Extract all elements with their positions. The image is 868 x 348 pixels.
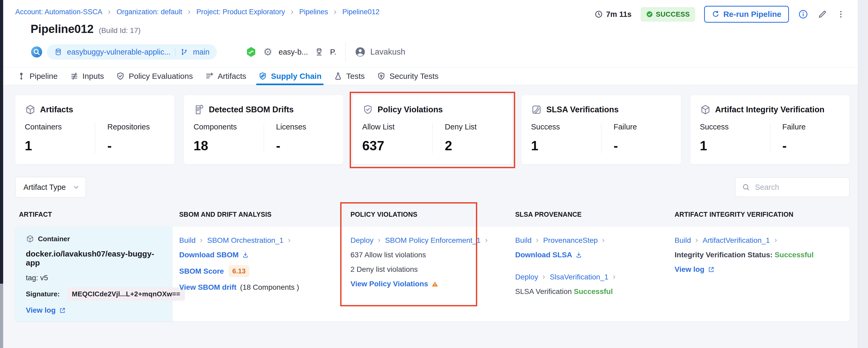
integrity-status-successful: Successful [775, 251, 814, 259]
external-link-icon [59, 307, 66, 314]
stat-deny-list: Deny List 2 [432, 123, 502, 153]
signature-value[interactable]: MEQCICde2Vjl...L+2+mqnOXw== [67, 287, 185, 301]
package-icon [700, 104, 711, 115]
column-header-policy-violations: POLICY VIOLATIONS [344, 211, 508, 218]
sbom-score-link[interactable]: SBOM Score [179, 267, 224, 276]
stage-link[interactable]: Build [179, 236, 195, 245]
breadcrumb-pipeline012[interactable]: Pipeline012 [342, 8, 379, 16]
tab-security-tests[interactable]: Security Tests [377, 67, 438, 85]
card-artifacts[interactable]: Artifacts Containers 1 Repositories - [15, 95, 175, 164]
view-sbom-drift-link[interactable]: View SBOM drift [179, 283, 236, 291]
collapsed-sidebar-edge [0, 0, 3, 348]
status-text: SUCCESS [656, 10, 690, 19]
tab-policy-evaluations[interactable]: Policy Evaluations [116, 67, 193, 85]
chevron-right-icon [694, 238, 700, 243]
branch-name-link[interactable]: main [193, 48, 210, 56]
integrity-step-breadcrumb: Build ArtifactVerification_1 [675, 236, 844, 245]
tab-label: Pipeline [30, 72, 58, 81]
breadcrumb-account[interactable]: Account: Automation-SSCA [15, 8, 102, 16]
step-link[interactable]: SBOM Policy Enforcement_1 [385, 236, 480, 245]
integrity-view-log-link[interactable]: View log [675, 265, 844, 274]
tab-label: Tests [346, 72, 365, 81]
breadcrumb-project[interactable]: Project: Product Exploratory [196, 8, 285, 16]
tab-label: Supply Chain [271, 72, 321, 81]
stage-link[interactable]: Deploy [515, 273, 538, 281]
filter-row: Artifact Type [15, 177, 849, 198]
run-duration: 7m 11s [594, 10, 632, 19]
tab-label: Artifacts [218, 72, 246, 81]
info-button[interactable] [798, 9, 808, 20]
repository-icon [54, 48, 62, 56]
sbom-step-breadcrumb: Build SBOM Orchestration_1 [179, 236, 339, 245]
card-title: Artifact Integrity Verification [715, 105, 825, 114]
card-title: SLSA Verifications [546, 105, 619, 114]
column-header-sbom: SBOM AND DRIFT ANALYSIS [173, 211, 344, 218]
chevron-right-icon [484, 238, 489, 243]
user-name: Lavakush [370, 47, 405, 57]
step-link[interactable]: ArtifactVerification_1 [703, 236, 770, 245]
sbom-drift-line: View SBOM drift (18 Components ) [179, 283, 339, 292]
chevron-right-icon [186, 9, 192, 15]
chevron-right-icon [377, 238, 382, 243]
stage-link[interactable]: Build [515, 236, 531, 245]
infrastructure-icon [314, 47, 324, 57]
view-policy-violations-link[interactable]: View Policy Violations [350, 280, 503, 288]
artifact-list-icon [205, 72, 214, 81]
shield-check-icon [116, 72, 125, 81]
artifact-type-label: Container [38, 235, 70, 243]
chevron-right-icon [601, 238, 606, 243]
breadcrumb-pipelines[interactable]: Pipelines [299, 8, 328, 16]
more-options-button[interactable] [836, 10, 845, 19]
edit-pipeline-button[interactable] [817, 9, 828, 19]
kebab-menu-icon [836, 10, 845, 19]
tab-pipeline[interactable]: Pipeline [17, 67, 58, 85]
supply-chain-shield-icon [258, 72, 267, 81]
signature-label: Signature: [26, 290, 60, 298]
stat-integrity-success: Success 1 [700, 123, 770, 153]
table-row: Container docker.io/lavakush07/easy-bugg… [15, 227, 849, 321]
tab-supply-chain[interactable]: Supply Chain [258, 67, 321, 85]
search-input[interactable] [755, 183, 843, 192]
table-header-row: ARTIFACT SBOM AND DRIFT ANALYSIS POLICY … [15, 211, 849, 218]
sbom-score-badge: 6.13 [229, 265, 250, 277]
tab-tests[interactable]: Tests [334, 67, 365, 85]
gear-icon: ⚙ [263, 47, 272, 57]
stage-link[interactable]: Build [675, 236, 691, 245]
download-slsa-link[interactable]: Download SLSA [515, 251, 663, 259]
rerun-pipeline-label: Re-run Pipeline [723, 10, 781, 19]
policy-step-breadcrumb: Deploy SBOM Policy Enforcement_1 [350, 236, 503, 245]
step-link[interactable]: SlsaVerification_1 [550, 273, 609, 281]
column-header-integrity: ARTIFACT INTEGRITY VERIFICATION [668, 211, 849, 218]
page-scrollbar[interactable] [858, 0, 868, 348]
card-slsa-verifications[interactable]: SLSA Verifications Success 1 Failure - [522, 95, 681, 164]
tab-label: Policy Evaluations [129, 72, 193, 81]
card-title: Policy Violations [378, 105, 443, 114]
artifact-type-dropdown[interactable]: Artifact Type [15, 177, 86, 198]
shield-check-icon [362, 104, 373, 115]
stat-allow-list: Allow List 637 [362, 123, 432, 153]
slsa-verification-status: SLSA Verification Successful [515, 287, 663, 296]
trigger-info: ⚙ easy-b... P. [245, 46, 336, 58]
card-policy-violations[interactable]: Policy Violations Allow List 637 Deny Li… [353, 95, 512, 164]
stat-integrity-failure: Failure - [770, 123, 840, 153]
tab-inputs[interactable]: Inputs [70, 67, 104, 85]
chevron-right-icon [535, 238, 540, 243]
slsa-provenance-cell: Build ProvenanceStep Download SLSA Deplo… [508, 227, 668, 321]
meta-divider [345, 42, 345, 62]
step-link[interactable]: SBOM Orchestration_1 [207, 236, 283, 245]
tab-artifacts[interactable]: Artifacts [205, 67, 246, 85]
stage-link[interactable]: Deploy [350, 236, 373, 245]
chevron-right-icon [287, 238, 292, 243]
card-sbom-drifts[interactable]: Detected SBOM Drifts Components 18 Licen… [184, 95, 343, 164]
repo-name-link[interactable]: easybuggy-vulnerable-applic... [67, 48, 170, 56]
step-link[interactable]: ProvenanceStep [543, 236, 598, 245]
breadcrumb-organization[interactable]: Organization: default [117, 8, 182, 16]
integrity-verification-cell: Build ArtifactVerification_1 Integrity V… [668, 227, 849, 321]
rerun-pipeline-button[interactable]: Re-run Pipeline [704, 6, 789, 23]
sbom-score-line: SBOM Score 6.13 [179, 265, 339, 277]
artifact-view-log-link[interactable]: View log [26, 306, 165, 315]
card-artifact-integrity[interactable]: Artifact Integrity Verification Success … [690, 95, 849, 164]
chevron-right-icon [106, 9, 112, 15]
pipeline-tabs: Pipeline Inputs Policy Evaluations Artif… [0, 67, 868, 85]
download-sbom-link[interactable]: Download SBOM [179, 251, 339, 259]
